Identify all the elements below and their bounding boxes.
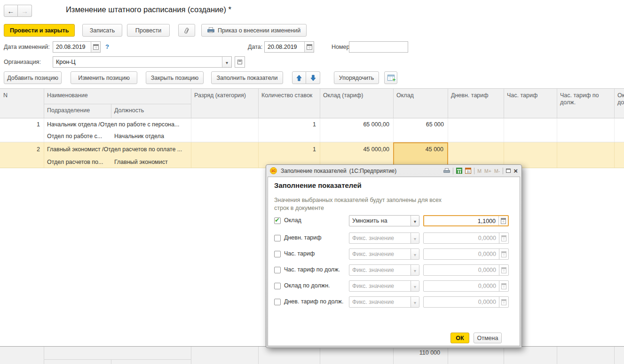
cell-rate-count[interactable]: 1 [261,146,316,153]
cell-salary-tariff[interactable]: 65 000,00 [323,121,389,128]
cell-position[interactable]: Начальник отдела [114,133,189,139]
table-row[interactable]: 1 Начальник отдела /Отдел по работе с пе… [0,118,624,142]
cell-position[interactable]: Главный экономист [114,159,189,165]
checkbox-unchecked[interactable] [274,267,281,273]
close-position-button[interactable]: Закрыть позицию [146,71,204,84]
memory-m-plus-button[interactable]: M+ [484,168,491,174]
calculator-button [499,233,508,243]
post-button[interactable]: Провести [127,24,170,37]
paperclip-icon [182,26,191,35]
column-header-n[interactable]: N [3,92,8,99]
close-icon[interactable] [513,167,518,175]
dialog-titlebar[interactable]: 1С Заполнение показателей (1С:Предприяти… [268,165,520,177]
column-header-name[interactable]: Наименование [47,92,88,99]
checkbox-unchecked[interactable] [274,299,281,305]
fill-indicators-dialog: 1С Заполнение показателей (1С:Предприяти… [266,164,522,348]
organization-open-button[interactable] [235,56,245,68]
value-field-disabled: 0,0000 [423,248,509,260]
date-field[interactable]: 20.08.2019 [264,41,314,53]
date-calendar-button[interactable] [304,42,314,52]
column-header-position[interactable]: Должность [114,107,144,114]
mode-select-value: Фикс. значение [349,233,411,243]
cell-n[interactable]: 2 [0,146,40,153]
mode-select-disabled: Фикс. значение [349,264,419,276]
organization-dropdown-button[interactable] [222,57,231,67]
change-date-value[interactable]: 20.08.2019 [53,44,91,50]
cell-name[interactable]: Главный экономист /Отдел расчетов по опл… [47,146,190,153]
dialog-titlebar-icons: 31 M M+ M- [443,167,518,175]
sort-button[interactable]: Упорядочить [334,71,379,84]
mode-select-dropdown-button [411,233,419,243]
value-field-value[interactable]: 1,1000 [424,216,498,225]
move-up-button[interactable] [292,71,306,84]
save-button[interactable]: Записать [82,24,122,37]
indicator-label[interactable]: Днев. тариф по долж. [284,296,346,305]
restore-window-icon[interactable] [506,169,511,173]
indicator-row-hour-tariff: Час. тариф Фикс. значение 0,0000 [274,248,509,260]
cell-name[interactable]: Начальник отдела /Отдел по работе с перс… [47,121,190,128]
checkbox-checked[interactable] [274,217,281,224]
cell-rate-count[interactable]: 1 [261,121,316,128]
chevron-down-icon [414,250,416,258]
add-position-button[interactable]: Добавить позицию [4,71,62,84]
organization-label: Организация: [4,59,41,65]
change-date-calendar-button[interactable] [91,42,100,52]
column-header-hour-tariff-pos[interactable]: Час. тариф по долж. [560,92,610,106]
checkbox-unchecked[interactable] [274,283,281,289]
order-print-button[interactable]: Приказ о внесении изменений [201,24,307,37]
calculator-icon[interactable] [456,168,462,174]
chevron-down-icon [414,298,416,306]
change-form-button[interactable] [384,71,397,84]
attachments-button[interactable] [178,24,195,37]
indicator-label[interactable]: Оклад по должн. [284,280,346,289]
organization-value[interactable]: Крон-Ц [53,59,222,65]
checkbox-unchecked[interactable] [274,251,281,257]
selected-cell[interactable]: 45 000 [393,142,448,168]
fill-indicators-button[interactable]: Заполнить показатели [211,71,283,84]
column-header-salary-tariff[interactable]: Оклад (тариф) [323,92,363,99]
indicator-row-day-tariff-pos: Днев. тариф по долж. Фикс. значение 0,00… [274,296,509,308]
post-and-close-button[interactable]: Провести и закрыть [4,24,75,37]
back-button[interactable] [4,5,18,17]
column-header-salary[interactable]: Оклад [396,92,414,99]
change-date-field[interactable]: 20.08.2019 [53,41,101,53]
value-field-value: 0,0000 [424,297,499,307]
mode-select[interactable]: Умножить на [349,215,419,226]
cell-salary[interactable]: 65 000 [396,121,444,128]
checkbox-unchecked[interactable] [274,235,281,241]
column-header-grade[interactable]: Разряд (категория) [194,92,246,99]
memory-m-button[interactable]: M [477,168,482,174]
number-field[interactable] [349,41,408,53]
date-value[interactable]: 20.08.2019 [265,44,304,50]
column-header-hour-tariff[interactable]: Час. тариф [507,92,537,99]
indicator-label[interactable]: Дневн. тариф [284,232,346,241]
organization-field[interactable]: Крон-Ц [53,56,232,68]
cancel-button[interactable]: Отмена [474,333,502,343]
calendar-31-icon[interactable]: 31 [465,168,471,174]
mode-select-dropdown-button[interactable] [411,216,419,226]
cell-department[interactable]: Отдел по работе с... [47,133,108,139]
column-header-salary-pos[interactable]: Оклад по долж. [617,92,624,106]
print-icon[interactable] [443,168,450,174]
cell-salary[interactable]: 45 000 [394,146,443,153]
cell-n[interactable]: 1 [0,121,40,128]
column-header-department[interactable]: Подразделение [47,107,90,114]
move-down-button[interactable] [306,71,320,84]
cell-department[interactable]: Отдел расчетов по... [47,159,108,165]
indicator-label[interactable]: Оклад [284,215,346,224]
column-header-day-tariff[interactable]: Дневн. тариф [451,92,489,99]
calculator-button[interactable] [498,216,508,225]
help-icon[interactable]: ? [105,43,109,50]
value-field-active[interactable]: 1,1000 [423,215,509,226]
column-header-rate-count[interactable]: Количество ставок [261,92,312,99]
divider [453,168,453,174]
indicator-label[interactable]: Час. тариф по долж. [284,264,346,273]
table-plus-icon [387,75,395,81]
arrow-up-icon [296,75,302,81]
ok-button[interactable]: ОК [450,333,469,343]
forward-button[interactable] [18,5,32,17]
edit-position-button[interactable]: Изменить позицию [71,71,137,84]
memory-m-minus-button[interactable]: M- [494,168,500,174]
indicator-label[interactable]: Час. тариф [284,248,346,257]
cell-salary-tariff[interactable]: 45 000,00 [323,146,389,153]
